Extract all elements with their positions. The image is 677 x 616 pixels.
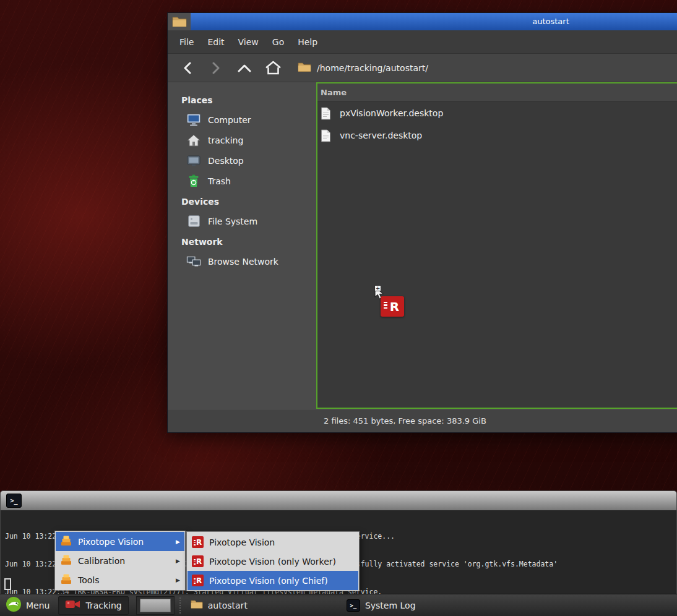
tracking-camera-icon [65, 599, 80, 612]
home-icon [265, 61, 282, 75]
file-icon [321, 129, 333, 142]
drag-cursor: + R [373, 286, 410, 321]
pixotope-vision-drag-icon: R [381, 296, 404, 317]
taskbar-item-tracking[interactable]: Tracking [58, 596, 128, 615]
sidebar-item-label: tracking [208, 135, 243, 145]
submenu-arrow-icon: ▶ [176, 577, 180, 583]
file-name: pxVisionWorker.desktop [340, 108, 443, 118]
menu-item-label: Pixotope Vision [209, 537, 354, 547]
trash-icon [186, 174, 201, 188]
terminal-titlebar[interactable]: >_ [0, 490, 677, 510]
up-button[interactable] [232, 57, 257, 79]
file-manager-window: autostart File Edit View Go Help [167, 12, 677, 433]
submenu-item-pixotope-vision[interactable]: R Pixotope Vision [188, 533, 358, 552]
file-name: vnc-server.desktop [340, 130, 422, 140]
sidebar: Places Computer tracking [168, 82, 316, 409]
menu-help[interactable]: Help [291, 33, 324, 51]
home-folder-icon [186, 134, 201, 147]
file-list-pane[interactable]: Name pxVisionWorker.desktop vnc-server.d… [316, 82, 677, 409]
menubar: File Edit View Go Help [168, 30, 677, 54]
pixotope-icon [60, 534, 72, 549]
menu-item-label: Pixotope Vision [78, 537, 170, 547]
column-header-name[interactable]: Name [317, 83, 677, 102]
thumbnail-preview [140, 599, 171, 612]
applications-menu: Pixotope Vision ▶ Calibration ▶ Tools ▶ [54, 531, 186, 591]
menu-edit[interactable]: Edit [201, 33, 231, 51]
toolbar: /home/tracking/autostart/ [168, 54, 677, 82]
pixotope-vision-icon: R [192, 536, 204, 548]
pixotope-icon [60, 573, 72, 587]
sidebar-item-label: Desktop [208, 156, 244, 166]
pixotope-vision-icon: R [192, 575, 204, 586]
submenu-item-pixotope-vision-chief[interactable]: R Pixotope Vision (only Chief) [188, 571, 358, 590]
sidebar-section-network: Network [168, 231, 316, 251]
drive-icon [186, 215, 201, 228]
submenu-arrow-icon: ▶ [176, 558, 180, 564]
sidebar-section-places: Places [168, 90, 316, 109]
file-row[interactable]: pxVisionWorker.desktop [317, 102, 677, 124]
menu-go[interactable]: Go [265, 33, 291, 51]
sidebar-item-label: Computer [208, 115, 251, 125]
pixotope-vision-icon: R [192, 555, 204, 567]
sidebar-section-devices: Devices [168, 191, 316, 211]
opensuse-logo-icon [6, 596, 22, 614]
column-header-label: Name [321, 88, 347, 97]
path-bar[interactable]: /home/tracking/autostart/ [298, 62, 428, 74]
start-menu-label: Menu [26, 601, 50, 610]
sidebar-item-label: Browse Network [208, 257, 278, 267]
sidebar-item-label: File System [208, 216, 257, 226]
taskbar-item-autostart[interactable]: autostart [184, 596, 254, 615]
menu-item-calibration[interactable]: Calibration ▶ [56, 551, 184, 570]
back-button[interactable] [175, 57, 200, 79]
chevron-right-icon [211, 62, 221, 74]
terminal-cursor [4, 578, 11, 590]
taskbar-item-label: System Log [365, 601, 416, 610]
file-icon [321, 107, 333, 120]
terminal-icon: >_ [347, 599, 360, 612]
sidebar-item-trash[interactable]: Trash [168, 171, 316, 191]
desktop-icon [186, 154, 201, 168]
sidebar-item-browse-network[interactable]: Browse Network [168, 251, 316, 272]
folder-icon [298, 62, 311, 74]
taskbar-separator [179, 597, 181, 614]
network-icon [186, 255, 201, 268]
sidebar-item-computer[interactable]: Computer [168, 109, 316, 130]
copy-plus-badge-icon: + [374, 285, 381, 291]
taskbar: Menu Tracking autostart >_ System Log [0, 594, 677, 616]
chevron-up-icon [238, 64, 251, 72]
sidebar-item-file-system[interactable]: File System [168, 211, 316, 231]
desktop-background: autostart File Edit View Go Help [0, 0, 677, 616]
menu-item-label: Pixotope Vision (only Worker) [209, 557, 354, 567]
start-menu-button[interactable]: Menu [0, 594, 55, 616]
titlebar[interactable]: autostart [168, 13, 677, 30]
menu-item-pixotope-vision[interactable]: Pixotope Vision ▶ [56, 532, 184, 551]
path-text: /home/tracking/autostart/ [317, 63, 428, 73]
submenu-arrow-icon: ▶ [176, 539, 180, 545]
pixotope-vision-submenu: R Pixotope Vision R Pixotope Vision (onl… [186, 531, 360, 591]
status-text: 2 files: 451 bytes, Free space: 383.9 Gi… [324, 416, 486, 426]
window-thumbnail[interactable] [136, 596, 175, 615]
file-row[interactable]: vnc-server.desktop [317, 124, 677, 147]
menu-item-tools[interactable]: Tools ▶ [56, 570, 184, 589]
menu-item-label: Pixotope Vision (only Chief) [209, 576, 354, 586]
chevron-left-icon [183, 62, 192, 74]
taskbar-item-system-log[interactable]: >_ System Log [340, 596, 423, 615]
submenu-item-pixotope-vision-worker[interactable]: R Pixotope Vision (only Worker) [188, 552, 358, 571]
forward-button[interactable] [204, 57, 228, 79]
menu-file[interactable]: File [173, 33, 201, 51]
computer-icon [186, 113, 201, 127]
terminal-icon: >_ [6, 494, 22, 508]
folder-icon [191, 599, 203, 611]
pixotope-icon [60, 554, 72, 568]
taskbar-item-label: autostart [208, 601, 248, 610]
window-title: autostart [168, 13, 677, 30]
sidebar-item-label: Trash [208, 176, 231, 186]
menu-item-label: Tools [78, 575, 170, 585]
sidebar-item-home[interactable]: tracking [168, 130, 316, 150]
home-button[interactable] [261, 57, 285, 79]
sidebar-item-desktop[interactable]: Desktop [168, 150, 316, 171]
menu-view[interactable]: View [231, 33, 265, 51]
status-bar: 2 files: 451 bytes, Free space: 383.9 Gi… [168, 409, 677, 432]
menu-item-label: Calibration [78, 556, 170, 566]
taskbar-item-label: Tracking [85, 601, 121, 610]
